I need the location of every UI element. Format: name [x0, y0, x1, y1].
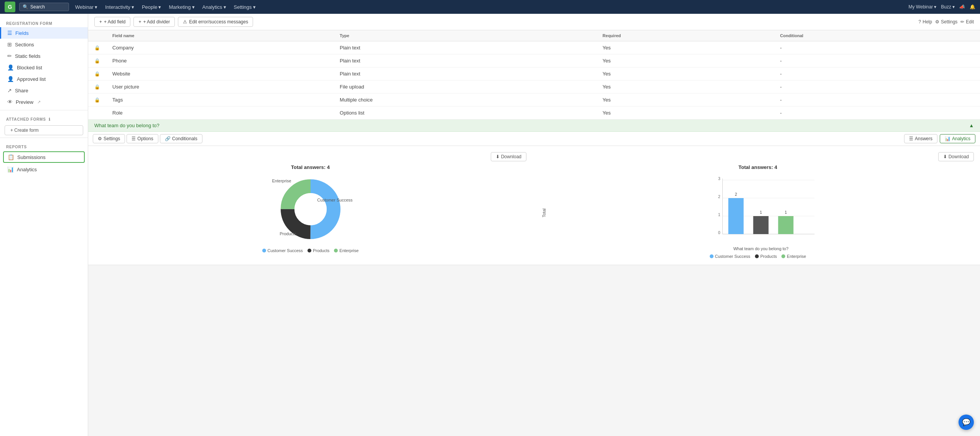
bar-chart-container: ⬇ Download Total answers: 4 Total: [542, 152, 974, 259]
nav-interactivity[interactable]: Interactivity ▾: [102, 3, 137, 11]
legend-customer-success: Customer Success: [262, 248, 303, 253]
main-content: + + Add field + + Add divider ⚠ Edit err…: [88, 14, 980, 436]
table-row[interactable]: Role Options list Yes -: [88, 107, 980, 120]
edit-icon: ⚠: [183, 19, 187, 25]
options-tab-icon: ☰: [132, 136, 136, 141]
lock-icon: 🔒: [94, 97, 100, 103]
bar-legend-products: Products: [755, 254, 777, 259]
field-name-cell: User picture: [106, 80, 334, 93]
tab-analytics[interactable]: 📊 Analytics: [940, 134, 975, 143]
sidebar-item-label: Static fields: [15, 53, 40, 59]
add-icon: +: [99, 19, 102, 25]
fields-table: Field name Type Required Conditional 🔒 C…: [88, 30, 980, 120]
chevron-down-icon: ▾: [132, 4, 134, 10]
chevron-down-icon: ▾: [158, 4, 161, 10]
tab-conditionals[interactable]: 🔗 Conditionals: [160, 134, 202, 143]
reports-title: REPORTS: [0, 140, 88, 151]
tab-options[interactable]: ☰ Options: [127, 134, 158, 143]
sidebar-item-preview[interactable]: 👁 Preview ↗: [0, 96, 88, 108]
table-row[interactable]: 🔒 Tags Multiple choice Yes -: [88, 93, 980, 107]
help-button[interactable]: ? Help: [919, 19, 932, 25]
table-header-row: Field name Type Required Conditional: [88, 30, 980, 41]
svg-text:0: 0: [718, 231, 720, 235]
expanded-field-header[interactable]: What team do you belong to? ▲: [88, 120, 980, 132]
sidebar-item-fields[interactable]: ☰ Fields: [0, 27, 88, 39]
legend-products: Products: [307, 248, 329, 253]
donut-download-button[interactable]: ⬇ Download: [491, 152, 526, 161]
bell-icon[interactable]: 🔔: [970, 4, 975, 10]
add-divider-button[interactable]: + + Add divider: [133, 17, 175, 27]
sidebar-item-submissions[interactable]: 📋 Submissions: [3, 151, 85, 163]
notifications-icon[interactable]: 📣: [959, 4, 965, 10]
chevron-down-icon: ▾: [192, 4, 195, 10]
sidebar-item-sections[interactable]: ⊞ Sections: [0, 39, 88, 50]
sidebar-item-label: Blocked list: [17, 65, 42, 70]
nav-marketing[interactable]: Marketing ▾: [166, 3, 197, 11]
expanded-field-title: What team do you belong to?: [94, 123, 159, 128]
pencil-icon: ✏: [960, 19, 964, 25]
lock-cell: 🔒: [88, 93, 106, 107]
preview-icon: 👁: [7, 99, 13, 105]
nav-webinar[interactable]: Webinar ▾: [72, 3, 100, 11]
nav-menu: Webinar ▾ Interactivity ▾ People ▾ Marke…: [72, 3, 909, 11]
static-fields-icon: ✏: [7, 53, 12, 59]
sidebar-item-label: Fields: [15, 30, 29, 36]
bar-download-button[interactable]: ⬇ Download: [938, 152, 974, 161]
expanded-tabs: ⚙ Settings ☰ Options 🔗 Conditionals ☰: [88, 132, 980, 146]
chat-bubble[interactable]: 💬: [959, 415, 974, 430]
tab-answers[interactable]: ☰ Answers: [904, 134, 937, 143]
lock-cell: 🔒: [88, 54, 106, 67]
table-row[interactable]: 🔒 Company Plain text Yes -: [88, 41, 980, 54]
sidebar-item-analytics[interactable]: 📊 Analytics: [0, 164, 88, 175]
svg-text:2: 2: [735, 192, 737, 197]
add-field-button[interactable]: + + Add field: [94, 17, 130, 27]
edit-messages-button[interactable]: ⚠ Edit error/success messages: [178, 17, 253, 27]
svg-text:2: 2: [718, 195, 720, 199]
sidebar-item-approved-list[interactable]: 👤 Approved list: [0, 73, 88, 85]
buzz-menu[interactable]: Buzz ▾: [941, 4, 955, 10]
field-name-cell: Phone: [106, 54, 334, 67]
svg-text:1: 1: [785, 210, 787, 215]
bar-chart-title: Total answers: 4: [542, 164, 974, 170]
toolbar: + + Add field + + Add divider ⚠ Edit err…: [88, 14, 980, 30]
field-name-cell: Tags: [106, 93, 334, 107]
svg-rect-17: [778, 216, 794, 234]
sidebar-item-label: Preview: [16, 99, 33, 105]
blocked-list-icon: 👤: [7, 64, 14, 70]
settings-button[interactable]: ⚙ Settings: [935, 19, 957, 25]
nav-people[interactable]: People ▾: [139, 3, 164, 11]
table-body: 🔒 Company Plain text Yes - 🔒 Phone Plain…: [88, 41, 980, 120]
my-webinar-menu[interactable]: My Webinar ▾: [909, 4, 937, 10]
edit-button[interactable]: ✏ Edit: [960, 19, 974, 25]
bar-chart-header: ⬇ Download: [542, 152, 974, 161]
field-conditional-cell: -: [774, 80, 980, 93]
sidebar-item-label: Share: [15, 88, 28, 93]
col-conditional: Conditional: [774, 30, 980, 41]
sidebar-item-share[interactable]: ↗ Share: [0, 85, 88, 96]
search-box[interactable]: 🔍 Search: [19, 3, 69, 11]
sidebar-item-blocked-list[interactable]: 👤 Blocked list: [0, 62, 88, 73]
table-row[interactable]: 🔒 User picture File upload Yes -: [88, 80, 980, 93]
sections-icon: ⊞: [7, 41, 12, 48]
info-icon: ℹ: [49, 117, 51, 121]
field-required-cell: Yes: [597, 93, 774, 107]
svg-text:3: 3: [718, 177, 720, 181]
create-form-button[interactable]: + Create form: [5, 125, 83, 135]
nav-settings[interactable]: Settings ▾: [231, 3, 259, 11]
donut-chart-container: ⬇ Download Total answers: 4 Enterprise C…: [94, 152, 526, 259]
field-type-cell: Options list: [334, 107, 597, 120]
create-form-label: + Create form: [10, 128, 39, 133]
col-type: Type: [334, 30, 597, 41]
sidebar-item-label: Analytics: [17, 167, 37, 172]
table-row[interactable]: 🔒 Phone Plain text Yes -: [88, 54, 980, 67]
sidebar-item-label: Submissions: [17, 154, 46, 160]
bar-dot-customer-success: [710, 254, 714, 258]
analytics-icon: 📊: [7, 166, 14, 172]
submissions-icon: 📋: [8, 154, 14, 160]
sidebar-item-static-fields[interactable]: ✏ Static fields: [0, 50, 88, 62]
nav-analytics[interactable]: Analytics ▾: [199, 3, 229, 11]
tab-settings[interactable]: ⚙ Settings: [93, 134, 125, 143]
col-required: Required: [597, 30, 774, 41]
toolbar-right: ? Help ⚙ Settings ✏ Edit: [919, 19, 974, 25]
table-row[interactable]: 🔒 Website Plain text Yes -: [88, 67, 980, 80]
